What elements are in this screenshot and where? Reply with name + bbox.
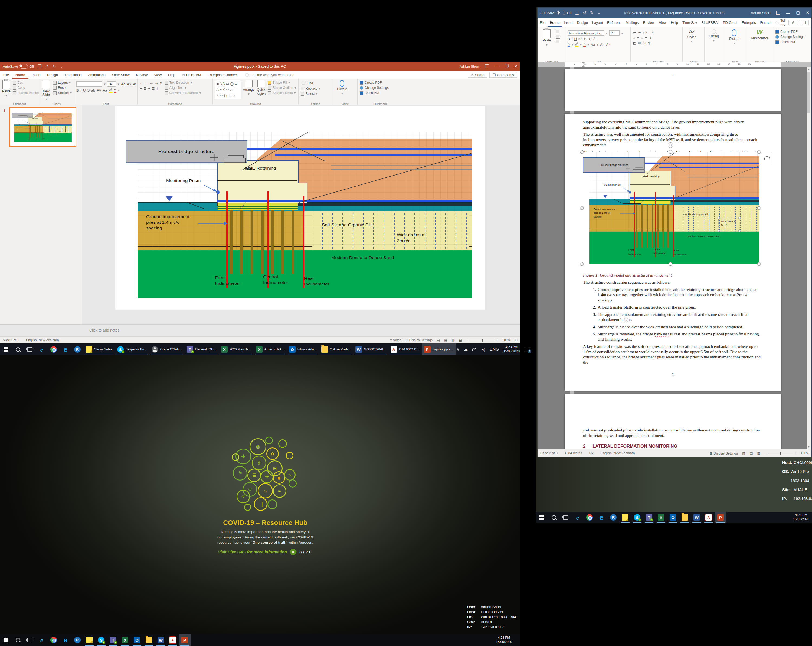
word-tab-review[interactable]: Review (641, 18, 657, 27)
word-maximize-button[interactable]: ▢ (796, 10, 800, 15)
ppt-tab-home[interactable]: Home (12, 71, 28, 78)
teams-icon-3[interactable]: T✓ (643, 512, 655, 523)
word-ribbon-display-icon[interactable] (776, 11, 780, 15)
paragraph-5[interactable]: soil was not pre-loaded prior to pile in… (583, 427, 762, 438)
search-button-2[interactable] (12, 634, 24, 646)
reading-view-icon[interactable]: ▥ (452, 338, 455, 342)
word-multilevel-icon[interactable]: ⫶ (643, 30, 644, 35)
paste-dropdown-arrow[interactable]: ▾ (5, 94, 7, 98)
section-button[interactable]: Section▾ (53, 91, 72, 95)
outlook-icon-2[interactable]: O (131, 634, 143, 646)
word-styles-button[interactable]: A𝄎Styles▾ (685, 29, 699, 43)
sequence-item-4[interactable]: Surcharge is placed over the wick draine… (597, 324, 762, 330)
word-change-settings-button[interactable]: Change Settings (775, 35, 804, 39)
sequence-item-5[interactable]: Surcharge is removed, the bridge banksea… (597, 331, 762, 342)
selection-handle-nw[interactable] (580, 150, 583, 153)
ppt-tab-review[interactable]: Review (133, 71, 151, 78)
bold-button[interactable]: B (76, 88, 79, 92)
word-cut-icon[interactable] (556, 30, 559, 33)
taskbar-ie-icon[interactable]: e (36, 343, 47, 355)
wick-label-subselection[interactable] (718, 217, 740, 231)
word-bullets-icon[interactable]: ≔ (633, 31, 636, 35)
word-tab-file[interactable]: File (537, 18, 548, 27)
proofing-icon[interactable]: ⎘x (589, 451, 594, 455)
cut-button[interactable]: Cut (13, 81, 39, 84)
chrome-icon-3[interactable] (583, 512, 595, 523)
find-button[interactable]: Find (301, 81, 321, 85)
share-button[interactable]: ↱Share (468, 72, 487, 78)
reset-button[interactable]: Reset (53, 86, 72, 90)
word-line-spacing-icon[interactable]: ⇕ (649, 36, 652, 40)
indent-icon[interactable]: ⇥ (155, 81, 158, 85)
taskbar-app-excel-1[interactable]: X2020 May.xls... (219, 343, 253, 355)
strikethrough-button[interactable]: S (87, 88, 90, 92)
taskbar-app-excel-2[interactable]: XAurecon PA... (253, 343, 287, 355)
sequence-item-2[interactable]: A load transfer platform is constructed … (597, 305, 762, 310)
search-button-3[interactable] (548, 512, 560, 523)
format-painter-button[interactable]: Format Painter (13, 91, 39, 95)
create-pdf-button[interactable]: Create PDF (360, 81, 389, 84)
word-horizontal-ruler[interactable]: 2112345678910111213141516 (537, 62, 812, 67)
print-layout-icon[interactable]: ▤ (750, 451, 753, 455)
taskbar-app-teams[interactable]: T✓General (GU... (184, 343, 219, 355)
word-comments-button[interactable]: ❑ (800, 20, 809, 26)
slide-thumbnail-panel[interactable]: 1 Pre-cast bridge structure (0, 104, 82, 325)
word-vertical-scrollbar[interactable]: ▲ ▼ (807, 67, 810, 449)
outdent-icon[interactable]: ⇤ (150, 81, 153, 85)
arrange-button[interactable]: Arrange▾ (243, 80, 255, 96)
word-tab-timesaver[interactable]: Time Sav (680, 18, 699, 27)
char-spacing-button[interactable]: AV (97, 88, 101, 92)
sticky-notes-icon-3[interactable] (619, 512, 631, 523)
aureconizer-button[interactable]: W̰ Aureconizer (749, 29, 770, 40)
grow-font-icon[interactable]: A˄ (121, 82, 125, 86)
line-spacing-icon[interactable]: ⇕ (159, 81, 162, 85)
word-count[interactable]: 1884 words (565, 451, 582, 455)
ppt-tellme-box[interactable]: Tell me what you want to do (245, 73, 294, 77)
powerpoint-icon-3-active[interactable]: P (714, 512, 727, 523)
word-indent-icon[interactable]: ⇥ (650, 31, 653, 35)
excel-icon-2[interactable]: X (119, 634, 131, 646)
redo-icon[interactable]: ↻ (52, 64, 56, 69)
construction-sequence-list[interactable]: Ground improvement piles are installed b… (583, 287, 762, 342)
slideshow-view-icon[interactable]: ⬓ (459, 338, 462, 342)
autosave-toggle[interactable]: AutoSave Off (3, 64, 34, 69)
word-align-right-icon[interactable]: ≡ (641, 36, 643, 40)
document-page-3-top[interactable]: soil was not pre-loaded prior to pile in… (565, 394, 781, 449)
ppt-minimize-button[interactable]: — (495, 64, 499, 69)
word-font-color-button[interactable]: A (583, 42, 586, 47)
font-name-arrow[interactable]: ▾ (104, 82, 105, 86)
notes-pane[interactable]: Click to add notes (0, 325, 520, 337)
font-size-box[interactable]: 14 (107, 81, 116, 87)
word-copy-icon[interactable] (556, 35, 559, 38)
subsel-handle-ne[interactable] (739, 217, 741, 219)
edge-icon-3[interactable]: e (595, 512, 607, 523)
taskbar-edge-icon[interactable]: e (60, 343, 72, 355)
selection-handle-e[interactable] (757, 206, 761, 210)
taskbar-app-outlook[interactable]: OInbox - Adri... (287, 343, 319, 355)
smartart-button[interactable]: Convert to SmartArt▾ (165, 91, 201, 95)
word-redo-icon[interactable]: ↻ (590, 10, 594, 15)
pdf-icon-2[interactable]: A (167, 634, 179, 646)
bluebeam-icon-3[interactable]: R (607, 512, 619, 523)
word-editing-button[interactable]: Editing▾ (707, 29, 721, 43)
read-mode-icon[interactable]: ▥ (742, 451, 745, 455)
word-tab-design[interactable]: Design (575, 18, 590, 27)
comments-button[interactable]: ❑Comments (489, 72, 517, 78)
onedrive-cloud-icon[interactable]: ☁ (464, 347, 468, 352)
ppt-restore-button[interactable] (505, 65, 508, 68)
slide-canvas[interactable]: Pre-cast bridge structure Monitoring Pri… (115, 106, 485, 310)
word-language-indicator[interactable]: English (New Zealand) (601, 451, 635, 455)
pdf-icon-3[interactable]: A (703, 512, 714, 523)
ppt-zoom-slider[interactable]: −+ (466, 338, 498, 342)
word-tab-bluebeam[interactable]: BLUEBEAI (699, 18, 721, 27)
word-text-effects-button[interactable]: A̓ (593, 37, 596, 41)
word-share-button[interactable]: ↱ (788, 20, 797, 26)
ribbon-display-options-icon[interactable] (485, 64, 489, 68)
undo-icon[interactable]: ↺ (45, 64, 49, 69)
word-tellme-box[interactable]: Tell me (775, 18, 789, 26)
columns-icon[interactable]: ∥ (156, 86, 158, 90)
tray-chevron-icon[interactable]: ∧ (456, 347, 459, 352)
selection-handle-ne[interactable] (757, 150, 761, 153)
word-numbering-icon[interactable]: ≕ (638, 31, 641, 35)
word-highlight-button[interactable]: 🖉 (575, 42, 578, 47)
